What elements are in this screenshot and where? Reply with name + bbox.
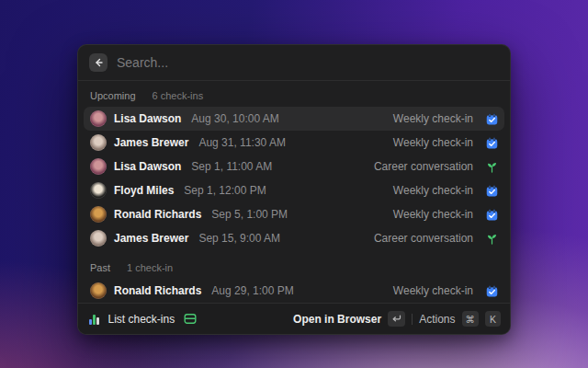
open-in-browser-button[interactable]: Open in Browser [293, 313, 381, 326]
footer-bar: List check-ins Open in Browser Actions ⌘… [78, 303, 510, 334]
check-in-type: Weekly check-in [393, 208, 473, 221]
section-count: 6 check-ins [153, 90, 204, 101]
check-in-type: Career conversation [374, 232, 473, 245]
avatar [90, 182, 107, 199]
check-in-datetime: Sep 15, 9:00 AM [198, 232, 280, 245]
return-arrow-icon [391, 315, 401, 323]
check-in-row[interactable]: Ronald Richards Aug 29, 1:00 PM Weekly c… [84, 279, 504, 303]
section-header: Upcoming 6 check-ins [84, 83, 504, 107]
seedling-icon [485, 160, 498, 173]
calendar-check-icon [485, 184, 498, 197]
check-in-datetime: Aug 29, 1:00 PM [211, 284, 293, 297]
command-label: List check-ins [108, 313, 175, 326]
check-in-row[interactable]: James Brewer Sep 15, 9:00 AM Career conv… [84, 226, 504, 250]
check-in-type: Weekly check-in [393, 112, 473, 125]
footer-divider [412, 314, 413, 325]
check-in-datetime: Sep 1, 12:00 PM [184, 184, 266, 197]
k-key[interactable]: K [485, 311, 501, 327]
check-in-datetime: Sep 5, 1:00 PM [211, 208, 288, 221]
person-name: James Brewer [114, 136, 188, 149]
check-in-row[interactable]: Ronald Richards Sep 5, 1:00 PM Weekly ch… [84, 202, 504, 226]
section-header: Past 1 check-in [84, 250, 504, 279]
calendar-check-icon [485, 208, 498, 221]
avatar [90, 206, 107, 223]
check-in-datetime: Sep 1, 11:00 AM [191, 160, 272, 173]
avatar [90, 158, 107, 175]
person-name: James Brewer [114, 232, 188, 245]
person-name: Floyd Miles [114, 184, 174, 197]
search-input[interactable] [117, 55, 499, 70]
check-in-row[interactable]: Lisa Dawson Aug 30, 10:00 AM Weekly chec… [84, 107, 504, 131]
calendar-check-icon [485, 112, 498, 125]
command-palette-window: Upcoming 6 check-ins Lisa Dawson Aug 30,… [77, 44, 511, 335]
bar-chart-icon [89, 314, 99, 325]
check-in-row[interactable]: James Brewer Aug 31, 11:30 AM Weekly che… [84, 131, 504, 155]
check-in-type: Weekly check-in [393, 136, 473, 149]
footer-actions: Open in Browser Actions ⌘ K [293, 311, 501, 327]
check-in-type: Career conversation [374, 160, 473, 173]
back-arrow-icon [93, 57, 104, 68]
actions-button[interactable]: Actions [419, 313, 455, 326]
avatar [90, 134, 107, 151]
avatar [90, 110, 107, 127]
section-label: Past [90, 262, 110, 273]
green-device-icon [184, 313, 197, 325]
search-bar [78, 45, 510, 81]
person-name: Lisa Dawson [114, 112, 181, 125]
calendar-check-icon [485, 136, 498, 149]
back-button[interactable] [89, 53, 107, 72]
check-in-type: Weekly check-in [393, 284, 473, 297]
person-name: Ronald Richards [114, 284, 201, 297]
check-in-datetime: Aug 31, 11:30 AM [198, 136, 286, 149]
person-name: Lisa Dawson [114, 160, 181, 173]
avatar [90, 282, 107, 299]
check-in-row[interactable]: Floyd Miles Sep 1, 12:00 PM Weekly check… [84, 178, 504, 202]
cmd-key[interactable]: ⌘ [462, 311, 480, 327]
section-label: Upcoming [90, 90, 136, 101]
avatar [90, 230, 107, 247]
person-name: Ronald Richards [114, 208, 201, 221]
results-list: Upcoming 6 check-ins Lisa Dawson Aug 30,… [78, 81, 510, 303]
enter-key[interactable] [388, 311, 405, 327]
check-in-type: Weekly check-in [393, 184, 473, 197]
seedling-icon [485, 232, 498, 245]
check-in-row[interactable]: Lisa Dawson Sep 1, 11:00 AM Career conve… [84, 155, 504, 178]
calendar-check-icon [485, 284, 498, 297]
section-count: 1 check-in [127, 262, 173, 273]
check-in-datetime: Aug 30, 10:00 AM [191, 112, 278, 125]
